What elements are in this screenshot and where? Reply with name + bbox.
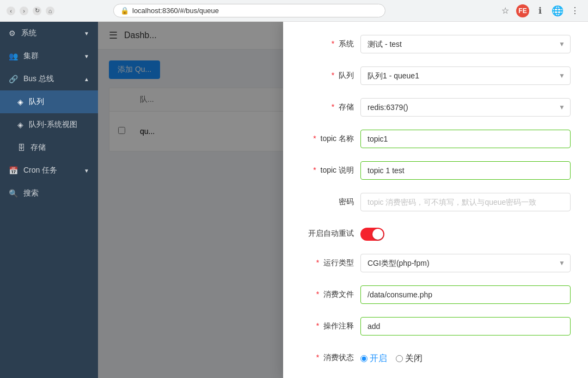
main-content: ☰ Dashb... 添加 Qu... 队... 操作 qu... 添加topi… [98, 22, 588, 378]
required-star: * [316, 321, 319, 330]
topic-name-input[interactable] [360, 130, 571, 148]
form-row-consume-status: * 消费状态 开启 关闭 [301, 349, 571, 364]
run-type-select-wrapper: CGI类型(php-fpm) ▼ [360, 254, 571, 272]
form-row-password: 密码 [301, 193, 571, 211]
system-arrow: ▼ [84, 31, 89, 36]
sidebar-item-cluster[interactable]: 👥 集群 ▼ [0, 45, 98, 68]
sidebar-label-queue: 队列 [29, 97, 44, 107]
topic-name-control [360, 130, 571, 148]
bus-icon: 🔗 [9, 75, 18, 83]
topic-name-label: * topic 名称 [301, 130, 360, 144]
required-star: * [313, 166, 316, 174]
consume-file-input[interactable] [360, 285, 571, 304]
topic-desc-input[interactable] [360, 161, 571, 180]
form-row-consume-file: * 消费文件 [301, 285, 571, 304]
sidebar-label-system: 系统 [21, 28, 36, 38]
sidebar-label-search: 搜索 [23, 188, 39, 198]
sidebar-item-queue[interactable]: ◈ 队列 [0, 90, 98, 113]
back-button[interactable]: ‹ [7, 7, 15, 15]
operation-note-label: * 操作注释 [301, 317, 360, 331]
system-label: * 系统 [301, 35, 360, 49]
browser-chrome: ‹ › ↻ ⌂ 🔒 localhost:8360/#/bus/queue ☆ F… [0, 0, 588, 22]
system-select[interactable]: 测试 - test [360, 35, 571, 53]
info-icon[interactable]: ℹ [534, 4, 547, 17]
required-star: * [316, 353, 319, 362]
sidebar-item-bus[interactable]: 🔗 Bus 总线 ▲ [0, 68, 98, 90]
modal-overlay: * 系统 测试 - test ▼ * 队列 [98, 22, 588, 378]
sidebar-label-storage: 存储 [30, 143, 46, 153]
form-row-run-type: * 运行类型 CGI类型(php-fpm) ▼ [301, 254, 571, 272]
required-star: * [316, 290, 319, 298]
required-star: * [332, 102, 334, 111]
system-icon: ⚙ [9, 29, 16, 38]
queue-select[interactable]: 队列1 - queue1 [360, 66, 571, 85]
required-star: * [332, 39, 334, 48]
auto-retry-toggle[interactable] [360, 228, 384, 241]
system-select-wrapper: 测试 - test ▼ [360, 35, 571, 53]
bus-arrow: ▲ [84, 76, 89, 82]
queue-system-icon: ◈ [17, 120, 23, 129]
cluster-arrow: ▼ [84, 53, 89, 59]
modal-panel: * 系统 测试 - test ▼ * 队列 [283, 22, 588, 378]
status-on-label[interactable]: 开启 [360, 353, 387, 364]
password-control [360, 193, 571, 211]
home-button[interactable]: ⌂ [46, 7, 54, 15]
password-input[interactable] [360, 193, 571, 211]
cron-arrow: ▼ [84, 168, 89, 174]
form-row-topic-name: * topic 名称 [301, 130, 571, 148]
storage-select[interactable]: redis:6379() [360, 98, 571, 117]
consume-file-control [360, 285, 571, 304]
consume-status-control: 开启 关闭 [360, 349, 571, 364]
queue-select-wrapper: 队列1 - queue1 ▼ [360, 66, 571, 85]
globe-icon[interactable]: 🌐 [551, 4, 564, 17]
status-off-radio[interactable] [396, 355, 403, 362]
form-row-storage: * 存储 redis:6379() ▼ [301, 98, 571, 117]
form-row-system: * 系统 测试 - test ▼ [301, 35, 571, 53]
auto-retry-control [360, 224, 571, 241]
form-row-operation-note: * 操作注释 [301, 317, 571, 336]
cron-icon: 📅 [9, 166, 18, 175]
sidebar-label-bus: Bus 总线 [23, 74, 54, 84]
storage-label: * 存储 [301, 98, 360, 112]
browser-icons: ☆ FE ℹ 🌐 ⋮ [499, 4, 581, 17]
topic-desc-label: * topic 说明 [301, 161, 360, 175]
required-star: * [316, 258, 319, 267]
sidebar-label-cron: Cron 任务 [23, 166, 57, 175]
run-type-label: * 运行类型 [301, 254, 360, 268]
storage-icon: 🗄 [17, 143, 25, 152]
menu-icon[interactable]: ⋮ [568, 4, 581, 17]
sidebar-item-storage[interactable]: 🗄 存储 [0, 136, 98, 159]
run-type-select[interactable]: CGI类型(php-fpm) [360, 254, 571, 272]
required-star: * [313, 134, 316, 143]
status-off-label[interactable]: 关闭 [396, 353, 422, 364]
operation-note-input[interactable] [360, 317, 571, 336]
address-bar[interactable]: 🔒 localhost:8360/#/bus/queue [113, 4, 385, 17]
search-icon: 🔍 [9, 189, 18, 198]
sidebar-item-queue-system[interactable]: ◈ 队列-系统视图 [0, 113, 98, 136]
topic-desc-control [360, 161, 571, 180]
sidebar-item-system[interactable]: ⚙ 系统 ▼ [0, 22, 98, 45]
form-row-topic-desc: * topic 说明 [301, 161, 571, 180]
reload-button[interactable]: ↻ [33, 7, 41, 15]
queue-label: * 队列 [301, 66, 360, 81]
operation-note-control [360, 317, 571, 336]
sidebar-label-queue-system: 队列-系统视图 [29, 120, 77, 130]
storage-select-wrapper: redis:6379() ▼ [360, 98, 571, 117]
status-on-radio[interactable] [360, 355, 367, 362]
required-star: * [332, 71, 334, 80]
lock-icon: 🔒 [120, 7, 129, 15]
extension-icon-fe[interactable]: FE [516, 4, 529, 17]
sidebar-item-search[interactable]: 🔍 搜索 [0, 182, 98, 205]
auto-retry-label: 开启自动重试 [301, 224, 360, 239]
queue-icon: ◈ [17, 97, 23, 106]
consume-file-label: * 消费文件 [301, 285, 360, 300]
cluster-icon: 👥 [9, 52, 18, 60]
sidebar: ⚙ 系统 ▼ 👥 集群 ▼ 🔗 Bus 总线 ▲ ◈ 队列 ◈ 队列-系统视图 … [0, 22, 98, 378]
form-row-auto-retry: 开启自动重试 [301, 224, 571, 241]
sidebar-item-cron[interactable]: 📅 Cron 任务 ▼ [0, 159, 98, 182]
url-text: localhost:8360/#/bus/queue [132, 7, 219, 15]
forward-button[interactable]: › [20, 7, 28, 15]
bookmark-icon[interactable]: ☆ [499, 4, 512, 17]
sidebar-label-cluster: 集群 [23, 51, 39, 61]
toggle-knob [372, 229, 383, 240]
